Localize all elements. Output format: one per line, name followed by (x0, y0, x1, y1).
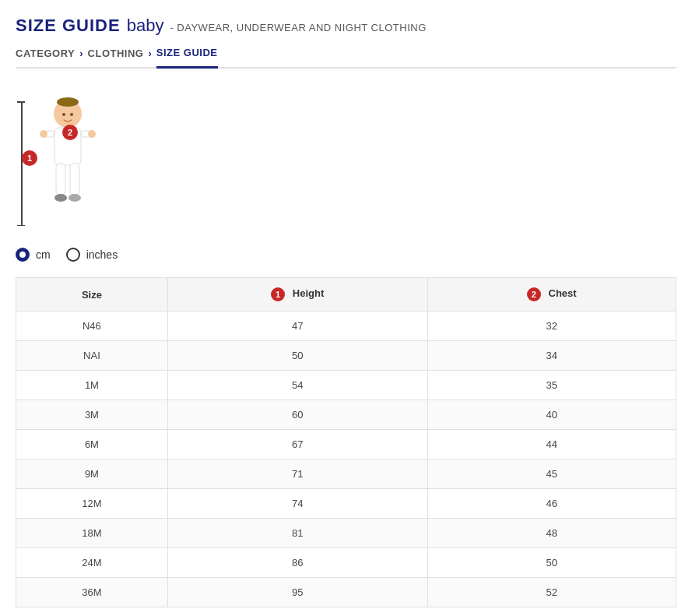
cell-height: 47 (167, 312, 427, 341)
breadcrumb-size-guide: SIZE GUIDE (156, 47, 218, 69)
cell-height: 86 (167, 548, 427, 578)
inches-label: inches (86, 248, 118, 261)
page-container: SIZE GUIDE baby - DAYWEAR, UNDERWEAR AND… (0, 0, 692, 616)
cell-height: 71 (167, 459, 427, 489)
cell-chest: 40 (427, 400, 676, 430)
table-row: 36M9552 (16, 578, 676, 607)
size-table: Size 1 Height 2 Chest N464732NAI50341M54… (16, 277, 676, 607)
cell-chest: 35 (427, 371, 676, 400)
cell-size: 36M (16, 578, 168, 607)
cell-chest: 34 (427, 341, 676, 371)
cell-height: 54 (167, 371, 427, 400)
breadcrumb-category[interactable]: CATEGORY (16, 48, 75, 67)
cm-radio[interactable] (16, 248, 30, 262)
table-row: 18M8148 (16, 519, 676, 548)
svg-point-12 (70, 113, 73, 116)
svg-point-10 (68, 194, 81, 202)
cm-label: cm (36, 248, 51, 261)
cell-height: 60 (167, 400, 427, 430)
cell-chest: 48 (427, 519, 676, 548)
col-size: Size (16, 278, 168, 312)
height-badge: 1 (271, 287, 285, 301)
inches-option[interactable]: inches (66, 248, 118, 262)
cell-height: 74 (167, 489, 427, 519)
svg-point-11 (62, 113, 65, 116)
cell-height: 50 (167, 341, 427, 371)
cell-height: 67 (167, 430, 427, 459)
chevron-icon-2: › (148, 48, 151, 67)
cell-size: 6M (16, 430, 168, 459)
cell-size: 1M (16, 371, 168, 400)
baby-figure: 1 2 (33, 92, 103, 224)
title-size-guide: SIZE GUIDE (16, 16, 121, 36)
cell-size: 9M (16, 459, 168, 489)
svg-point-9 (54, 194, 67, 202)
cell-chest: 52 (427, 578, 676, 607)
cell-size: 3M (16, 400, 168, 430)
table-row: 6M6744 (16, 430, 676, 459)
cell-chest: 46 (427, 489, 676, 519)
svg-point-5 (40, 130, 47, 138)
unit-toggle: cm inches (16, 248, 676, 262)
inches-radio[interactable] (66, 248, 80, 262)
breadcrumb: CATEGORY › CLOTHING › SIZE GUIDE (16, 47, 676, 69)
cm-option[interactable]: cm (16, 248, 51, 262)
col-chest: 2 Chest (427, 278, 676, 312)
table-row: N464732 (16, 312, 676, 341)
col-height: 1 Height (167, 278, 427, 312)
cell-height: 95 (167, 578, 427, 607)
svg-point-1 (57, 97, 79, 107)
table-header-row: Size 1 Height 2 Chest (16, 278, 676, 312)
chevron-icon-1: › (79, 48, 83, 67)
svg-rect-7 (56, 164, 65, 195)
svg-point-6 (88, 130, 96, 138)
cell-chest: 45 (427, 459, 676, 489)
title-subtitle: - DAYWEAR, UNDERWEAR AND NIGHT CLOTHING (170, 22, 426, 33)
breadcrumb-clothing[interactable]: CLOTHING (88, 48, 144, 67)
table-row: NAI5034 (16, 341, 676, 371)
title-baby: baby (127, 16, 164, 36)
table-row: 9M7145 (16, 459, 676, 489)
cell-size: 18M (16, 519, 168, 548)
cell-size: 12M (16, 489, 168, 519)
title-area: SIZE GUIDE baby - DAYWEAR, UNDERWEAR AND… (16, 16, 676, 36)
cell-size: N46 (16, 312, 168, 341)
cell-size: NAI (16, 341, 168, 371)
table-row: 12M7446 (16, 489, 676, 519)
image-area: 1 2 (16, 92, 676, 232)
chest-badge: 2 (527, 287, 541, 301)
cell-chest: 50 (427, 548, 676, 578)
cell-chest: 32 (427, 312, 676, 341)
cell-size: 24M (16, 548, 168, 578)
badge-height: 1 (22, 150, 37, 166)
table-row: 24M8650 (16, 548, 676, 578)
table-row: 1M5435 (16, 371, 676, 400)
svg-rect-8 (70, 164, 79, 195)
badge-chest: 2 (62, 125, 78, 140)
cell-chest: 44 (427, 430, 676, 459)
cell-height: 81 (167, 519, 427, 548)
table-row: 3M6040 (16, 400, 676, 430)
